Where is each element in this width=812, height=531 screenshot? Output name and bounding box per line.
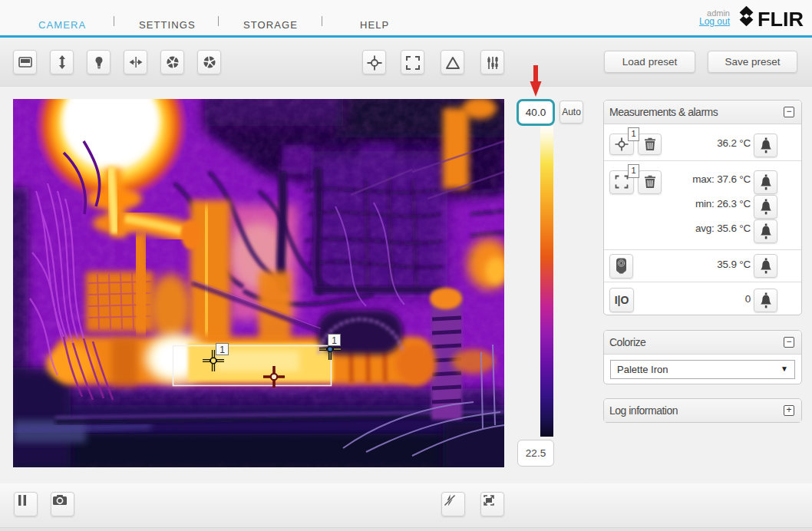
svg-text:1: 1 — [220, 345, 225, 355]
svg-text:1: 1 — [332, 335, 337, 346]
